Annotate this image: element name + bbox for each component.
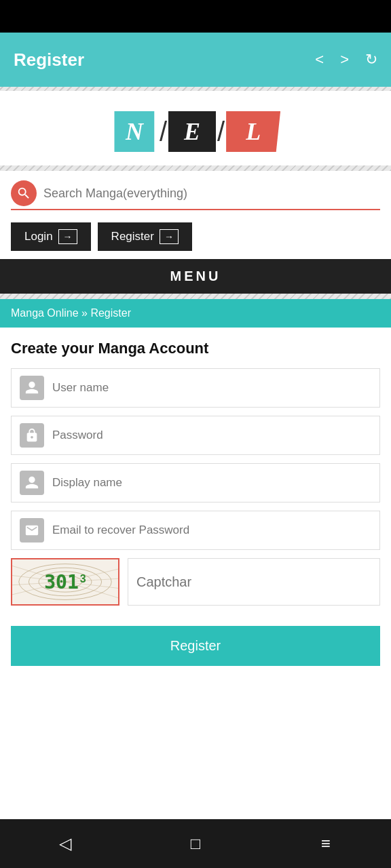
lock-icon-wrap	[20, 423, 44, 448]
captcha-number: 301	[44, 571, 79, 593]
auth-buttons: Login → Register →	[0, 214, 391, 259]
captcha-text: 301 3	[44, 571, 86, 593]
register-button[interactable]: Register →	[98, 222, 192, 251]
form-title: Create your Manga Account	[11, 340, 380, 357]
captcha-superscript: 3	[80, 573, 86, 585]
menu-bar[interactable]: MENU	[0, 259, 391, 294]
form-area: Create your Manga Account	[0, 328, 391, 626]
displayname-row	[11, 463, 380, 502]
breadcrumb-text: Manga Online » Register	[11, 307, 131, 319]
logo-area: N / E / L	[0, 91, 391, 165]
login-label: Login	[24, 230, 53, 243]
forward-button[interactable]: >	[340, 51, 349, 68]
browser-nav: < > ↻	[315, 51, 377, 68]
nav-menu-button[interactable]: ≡	[305, 823, 346, 864]
bottom-nav: ◁ □ ≡	[0, 819, 391, 868]
reload-button[interactable]: ↻	[365, 51, 377, 68]
status-bar	[0, 0, 391, 33]
user-icon-username	[20, 376, 44, 400]
register-label: Register	[111, 230, 154, 243]
lock-icon	[24, 428, 39, 443]
user-icon-displayname	[20, 471, 44, 495]
captcha-row: 301 3	[11, 558, 380, 606]
logo-n: N	[111, 111, 158, 152]
back-button[interactable]: <	[315, 51, 324, 68]
submit-button[interactable]: Register	[11, 626, 380, 666]
logo-e: E	[168, 111, 216, 152]
logo-nel: N / E / L	[111, 111, 280, 152]
search-input[interactable]	[43, 186, 380, 201]
separator-diagonal	[0, 165, 391, 171]
menu-label: MENU	[170, 269, 221, 283]
login-button[interactable]: Login →	[11, 222, 91, 251]
register-arrow: →	[160, 229, 179, 244]
username-row	[11, 368, 380, 408]
password-input[interactable]	[52, 429, 371, 442]
submit-area: Register	[0, 626, 391, 666]
breadcrumb: Manga Online » Register	[0, 299, 391, 328]
email-row	[11, 511, 380, 550]
separator-diagonal2	[0, 294, 391, 299]
search-icon	[16, 186, 31, 201]
browser-title: Register	[14, 50, 84, 71]
search-container	[11, 180, 380, 210]
search-area	[0, 171, 391, 214]
login-arrow: →	[58, 229, 77, 244]
email-icon-wrap	[20, 518, 44, 542]
username-input[interactable]	[52, 381, 371, 395]
logo-slash1: /	[160, 117, 167, 147]
email-input[interactable]	[52, 524, 371, 537]
nav-home-button[interactable]: □	[175, 823, 216, 864]
logo-l: L	[226, 111, 280, 152]
search-icon-wrap	[11, 180, 37, 206]
captcha-image: 301 3	[11, 558, 119, 606]
displayname-input[interactable]	[52, 476, 371, 490]
captcha-input[interactable]	[128, 558, 380, 606]
email-icon	[24, 523, 39, 538]
main-content: N / E / L Login → Register →	[0, 91, 391, 819]
nav-back-button[interactable]: ◁	[45, 823, 86, 864]
password-row	[11, 416, 380, 455]
person-icon	[24, 380, 39, 395]
browser-header: Register < > ↻	[0, 33, 391, 87]
person-icon-2	[24, 475, 39, 490]
logo-slash2: /	[217, 117, 225, 147]
